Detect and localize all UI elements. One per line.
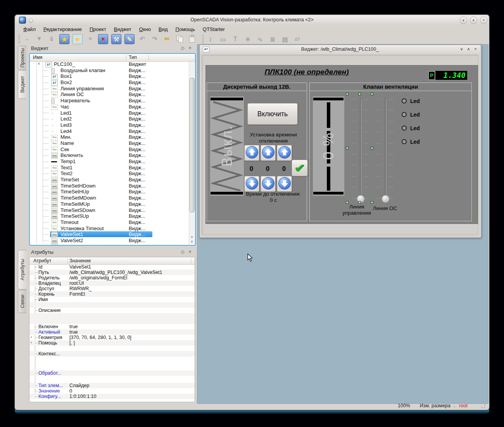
widget-properties-icon[interactable]: ⚒ (111, 34, 121, 44)
selection-handle[interactable] (371, 93, 373, 95)
menu-qtstarter[interactable]: QTStarter (199, 26, 229, 33)
subwindow-shade-button[interactable]: ∨ (459, 46, 464, 52)
selection-handle[interactable] (371, 201, 373, 204)
expand-icon[interactable]: › (31, 340, 32, 344)
attribute-row[interactable]: КореньFormEl (29, 291, 195, 297)
attribute-row[interactable]: ›Геометрия[370, 70, 64, 280, 1, 1, 30, 0… (29, 335, 195, 340)
tree-row[interactable]: Мин.Видж... (30, 134, 188, 140)
attribute-row[interactable]: Тип элем...Слайдер (29, 383, 195, 388)
tree-row[interactable]: ValveSet1Видж... (30, 231, 188, 238)
dock-tab-links[interactable]: Связи (18, 290, 26, 313)
feedback-slider-handle[interactable] (381, 195, 390, 203)
attribute-row[interactable]: Включенtrue (29, 324, 195, 329)
panel-close-button[interactable]: × (187, 45, 193, 51)
dock-tab-widget[interactable]: Виджет (18, 70, 26, 99)
column-type[interactable]: Тип (129, 55, 137, 60)
tree-row[interactable]: Text2Видж... (30, 170, 188, 177)
attributes-column-header[interactable]: Атрибут Значение (29, 257, 195, 265)
new-library-icon[interactable]: ★ (59, 34, 69, 44)
subwindow-close-button[interactable]: × (473, 46, 478, 51)
attribute-row[interactable]: ДоступRWRWR_ (29, 286, 195, 291)
tree-row[interactable]: Text1Видж... (30, 165, 188, 171)
spin-down-button[interactable] (261, 176, 276, 192)
apply-button[interactable]: ✔ (292, 160, 308, 176)
control-slider-track[interactable] (360, 98, 362, 201)
panel-float-button[interactable]: ◇ (180, 249, 185, 255)
resize-grip[interactable] (481, 404, 485, 408)
tree-row[interactable]: Temp1Видж... (30, 158, 188, 165)
selection-handle[interactable] (346, 93, 349, 95)
menu-view[interactable]: Вид (155, 26, 172, 33)
attribute-row[interactable]: Контекс... (29, 351, 195, 356)
subwindow-maximize-button[interactable]: ∧ (466, 46, 471, 52)
selection-handle[interactable] (346, 201, 349, 204)
tree-row[interactable]: Линия управленияВидж... (30, 86, 188, 92)
tree-column-header[interactable]: Имя Тип (30, 54, 195, 62)
turn-on-button[interactable]: Включить (247, 103, 298, 125)
tree-row[interactable]: Led3Видж... (30, 122, 188, 128)
tree-row[interactable]: Led4Видж... (30, 128, 188, 134)
menu-file[interactable]: Файл (19, 26, 40, 33)
tree-row[interactable]: Воздушный клапанВидж... (30, 67, 188, 74)
tree-scrollbar[interactable]: ∧ ∨ (189, 62, 195, 244)
selection-handle[interactable] (346, 147, 349, 150)
toolbar-handle[interactable] (18, 35, 20, 43)
window-maximize-button[interactable]: ∧ (470, 17, 477, 24)
tree-row[interactable]: Led1Видж... (30, 110, 188, 116)
window-shade-button[interactable]: ∨ (460, 17, 467, 24)
tree-row[interactable]: Установка TimeoutВидж... (30, 226, 188, 232)
attribute-row[interactable]: Значение0 (29, 388, 195, 394)
tree-row[interactable]: ЧасВидж... (30, 104, 188, 110)
tree-row[interactable]: Led2Видж... (30, 116, 188, 122)
scroll-down-icon[interactable]: ∨ (189, 239, 195, 244)
column-resize-grip[interactable] (191, 258, 191, 263)
attribute-row[interactable]: Описание (29, 308, 195, 313)
tree-row[interactable]: TimeSetSDownВидж... (30, 207, 188, 214)
spin-down-button[interactable] (244, 176, 259, 192)
column-value[interactable]: Значение (69, 258, 91, 263)
menu-help[interactable]: Помощь (172, 26, 199, 33)
attribute-row[interactable]: ›Помощь[, ] (29, 340, 195, 346)
feedback-slider-track[interactable] (385, 98, 387, 201)
scroll-up-icon[interactable]: ∧ (189, 235, 195, 239)
tree-row[interactable]: ВключитьВидж... (30, 152, 188, 158)
selection-handle[interactable] (371, 147, 373, 150)
tree-row[interactable]: ValveSet2Видж... (30, 238, 188, 244)
tree-row[interactable]: NameВидж... (30, 140, 188, 146)
menu-edit[interactable]: Редактирование (40, 26, 86, 33)
column-name[interactable]: Имя (33, 55, 42, 60)
window-close-button[interactable]: × (480, 17, 487, 24)
tree-row[interactable]: TimeSetВидж... (30, 177, 188, 183)
scrollbar-thumb[interactable] (190, 78, 195, 212)
attribute-row[interactable]: Имя (29, 297, 195, 302)
panel-close-button[interactable]: × (187, 249, 193, 255)
tree-row[interactable]: Box2Видж... (30, 79, 188, 86)
dock-tab-attributes[interactable]: Атрибуты (18, 250, 26, 289)
scada-canvas[interactable]: ПЛК100 (не определен) P 1.340 Дискретный… (205, 65, 478, 224)
column-resize-grip[interactable] (126, 55, 126, 60)
expand-icon[interactable]: › (31, 335, 32, 339)
column-resize-grip[interactable] (148, 55, 149, 60)
tree-row[interactable]: TimeSetHUpВидж... (30, 189, 188, 195)
selection-handle[interactable] (358, 93, 361, 95)
tree-row[interactable]: TimeSetMDownВидж... (30, 195, 188, 201)
tree-row[interactable]: TimeSetHDownВидж... (30, 183, 188, 189)
tree-row[interactable]: Box1Видж... (30, 73, 188, 79)
selection-handle[interactable] (358, 201, 361, 204)
cut-icon[interactable]: ✂ (162, 34, 172, 43)
delete-widget-icon[interactable]: × (98, 34, 108, 44)
tree-row[interactable]: TimeoutВидж... (30, 219, 188, 226)
panel-splitter[interactable]: ⋯ (29, 244, 194, 248)
tree-row[interactable]: Линия ОСВидж... (30, 91, 188, 98)
attribute-row[interactable]: Родитель/wlb_originals/wdg_FormEl (29, 275, 195, 281)
column-attribute[interactable]: Атрибут (33, 258, 52, 263)
current-user[interactable]: root (459, 403, 468, 408)
attribute-row[interactable]: Путь/wlb_Climat/wdg_PLC100_/wdg_ValveSet… (29, 270, 195, 275)
toolbar-handle[interactable] (202, 35, 204, 43)
widget-edit-icon[interactable]: ✎ (124, 34, 135, 44)
panel-float-button[interactable]: ◇ (180, 45, 185, 51)
attribute-row[interactable]: Конфигу...1:0:100:1:10 (29, 394, 195, 399)
new-widget-icon[interactable]: ★ (72, 34, 83, 44)
attribute-row[interactable]: Обработ... (29, 370, 195, 376)
menu-widget[interactable]: Виджет (110, 26, 135, 33)
